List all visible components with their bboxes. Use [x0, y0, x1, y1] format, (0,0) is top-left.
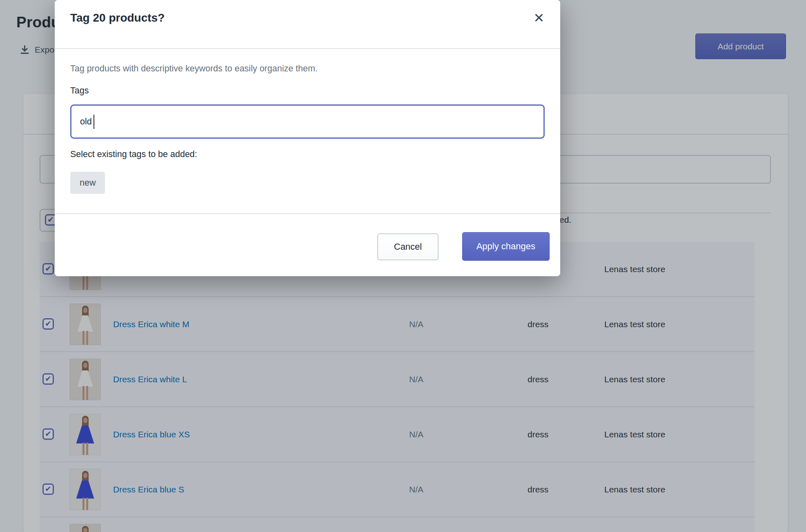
- modal-description: Tag products with descriptive keywords t…: [70, 64, 318, 74]
- cancel-button[interactable]: Cancel: [377, 233, 439, 260]
- modal-title: Tag 20 products?: [70, 11, 165, 24]
- existing-tag-label: new: [80, 178, 96, 188]
- tags-field-label: Tags: [70, 86, 89, 96]
- existing-tags-label: Select existing tags to be added:: [70, 149, 197, 160]
- close-icon[interactable]: ✕: [529, 8, 549, 28]
- apply-changes-button[interactable]: Apply changes: [462, 232, 550, 261]
- modal-header: Tag 20 products? ✕: [55, 0, 560, 49]
- modal-footer: Cancel Apply changes: [55, 213, 560, 276]
- tags-input[interactable]: [70, 104, 545, 139]
- text-caret: [94, 115, 94, 129]
- existing-tag-chip[interactable]: new: [70, 172, 105, 194]
- tag-products-modal: Tag 20 products? ✕ Tag products with des…: [55, 0, 560, 276]
- tags-field-wrap: [70, 104, 545, 139]
